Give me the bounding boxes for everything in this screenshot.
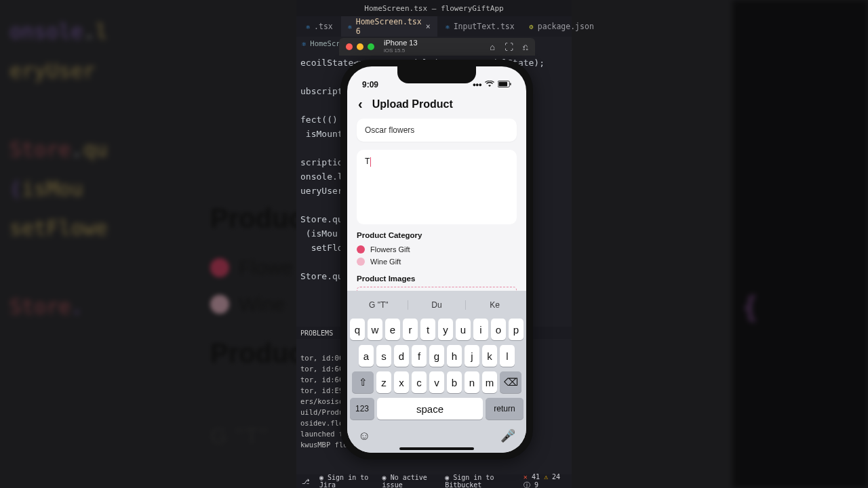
bg-code-right: { bbox=[732, 0, 868, 488]
mic-icon[interactable]: 🎤 bbox=[500, 428, 515, 443]
battery-icon bbox=[498, 80, 511, 89]
phone-frame: 9:09 ●●● ‹ Upload Product Oscar flowers … bbox=[340, 60, 533, 460]
key-g[interactable]: g bbox=[429, 345, 444, 367]
key-s[interactable]: s bbox=[376, 345, 391, 367]
key-b[interactable]: b bbox=[447, 371, 462, 393]
emoji-icon[interactable]: ☺ bbox=[358, 429, 370, 443]
key-y[interactable]: y bbox=[438, 319, 453, 340]
category-label: Product Category bbox=[357, 231, 517, 239]
key-shift[interactable]: ⇧ bbox=[352, 371, 374, 393]
tab-file-3[interactable]: ⚙package.json bbox=[523, 16, 601, 37]
key-i[interactable]: i bbox=[473, 319, 488, 340]
key-l[interactable]: l bbox=[500, 345, 515, 367]
tab-file-0[interactable]: ⚛.tsx bbox=[299, 16, 340, 37]
category-option-wine[interactable]: Wine Gift bbox=[357, 256, 517, 268]
suggestion-2[interactable]: Ke bbox=[466, 300, 524, 310]
wifi-icon bbox=[485, 80, 494, 89]
category-option-flowers[interactable]: Flowers Gift bbox=[357, 243, 517, 256]
key-j[interactable]: j bbox=[465, 345, 479, 367]
status-errors[interactable]: ✕ 41 ⚠ 24 ⓘ 9 bbox=[524, 473, 566, 489]
close-icon[interactable]: × bbox=[426, 22, 431, 31]
bg-suggestion-blur: G "T" bbox=[210, 424, 269, 449]
tab-file-1[interactable]: ⚛HomeScreen.tsx 6× bbox=[341, 16, 437, 37]
suggestion-0[interactable]: G "T" bbox=[350, 300, 408, 310]
key-w[interactable]: w bbox=[368, 319, 382, 340]
bitbucket-signin[interactable]: ◉ Sign in to Bitbucket bbox=[445, 474, 514, 488]
radio-unselected-icon bbox=[357, 258, 365, 266]
close-icon[interactable] bbox=[346, 43, 353, 50]
key-z[interactable]: z bbox=[376, 371, 391, 393]
key-n[interactable]: n bbox=[465, 371, 479, 393]
minimize-icon[interactable] bbox=[357, 43, 363, 50]
keyboard-suggestions: G "T" Du Ke bbox=[350, 295, 524, 315]
key-x[interactable]: x bbox=[394, 371, 409, 393]
simulator-titlebar: iPhone 13 iOS 15.5 ⌂ ⛶ ⎌ bbox=[339, 38, 535, 56]
images-label: Product Images bbox=[357, 274, 517, 283]
window-title: HomeScreen.tsx — floweryGiftApp bbox=[296, 0, 572, 16]
product-name-input[interactable]: Oscar flowers bbox=[357, 119, 517, 142]
key-q[interactable]: q bbox=[350, 319, 365, 340]
branch-icon[interactable]: ⎇ bbox=[302, 478, 310, 485]
statusbar: ⎇ ◉ Sign in to Jira ◉ No active issue ◉ … bbox=[296, 474, 572, 488]
key-f[interactable]: f bbox=[412, 345, 427, 367]
key-d[interactable]: d bbox=[394, 345, 409, 367]
editor-tabs: ⚛.tsx ⚛HomeScreen.tsx 6× ⚛InputText.tsx … bbox=[296, 16, 572, 37]
ios-keyboard: G "T" Du Ke qwertyuiop asdfghjkl ⇧zxcvbn… bbox=[347, 291, 526, 453]
svg-rect-2 bbox=[510, 83, 511, 85]
rotate-icon[interactable]: ⎌ bbox=[523, 42, 528, 52]
jira-issue[interactable]: ◉ No active issue bbox=[382, 474, 436, 488]
simulator-device-label: iPhone 13 iOS 15.5 bbox=[384, 39, 418, 55]
key-m[interactable]: m bbox=[482, 371, 497, 393]
svg-rect-1 bbox=[498, 82, 507, 86]
jira-signin[interactable]: ◉ Sign in to Jira bbox=[319, 474, 373, 488]
key-e[interactable]: e bbox=[385, 319, 400, 340]
key-numbers[interactable]: 123 bbox=[350, 398, 374, 420]
key-a[interactable]: a bbox=[359, 345, 374, 367]
zoom-icon[interactable] bbox=[368, 43, 374, 50]
product-description-input[interactable]: T bbox=[357, 150, 517, 224]
home-indicator[interactable] bbox=[399, 447, 474, 450]
bg-code-left: onsole.l eryUser Store.qu (isMou setFlow… bbox=[0, 0, 136, 488]
screen-header: ‹ Upload Product bbox=[347, 92, 526, 119]
notch bbox=[397, 66, 476, 83]
key-p[interactable]: p bbox=[509, 319, 524, 340]
key-k[interactable]: k bbox=[482, 345, 497, 367]
status-time: 9:09 bbox=[362, 80, 378, 89]
key-r[interactable]: r bbox=[403, 319, 418, 340]
page-title: Upload Product bbox=[372, 98, 453, 110]
phone-screen: 9:09 ●●● ‹ Upload Product Oscar flowers … bbox=[347, 66, 526, 453]
key-c[interactable]: c bbox=[412, 371, 427, 393]
key-t[interactable]: t bbox=[420, 319, 435, 340]
key-o[interactable]: o bbox=[491, 319, 506, 340]
home-icon[interactable]: ⌂ bbox=[490, 42, 495, 52]
screenshot-icon[interactable]: ⛶ bbox=[505, 42, 513, 52]
key-space[interactable]: space bbox=[377, 398, 483, 420]
window-traffic-lights[interactable] bbox=[346, 43, 374, 50]
tab-file-2[interactable]: ⚛InputText.tsx bbox=[439, 16, 521, 37]
back-button[interactable]: ‹ bbox=[358, 96, 363, 112]
radio-selected-icon bbox=[357, 245, 365, 253]
key-u[interactable]: u bbox=[456, 319, 471, 340]
key-h[interactable]: h bbox=[447, 345, 462, 367]
key-v[interactable]: v bbox=[429, 371, 444, 393]
suggestion-1[interactable]: Du bbox=[408, 300, 467, 310]
key-return[interactable]: return bbox=[486, 398, 524, 420]
key-backspace[interactable]: ⌫ bbox=[500, 371, 521, 393]
cellular-icon: ●●● bbox=[473, 81, 481, 88]
